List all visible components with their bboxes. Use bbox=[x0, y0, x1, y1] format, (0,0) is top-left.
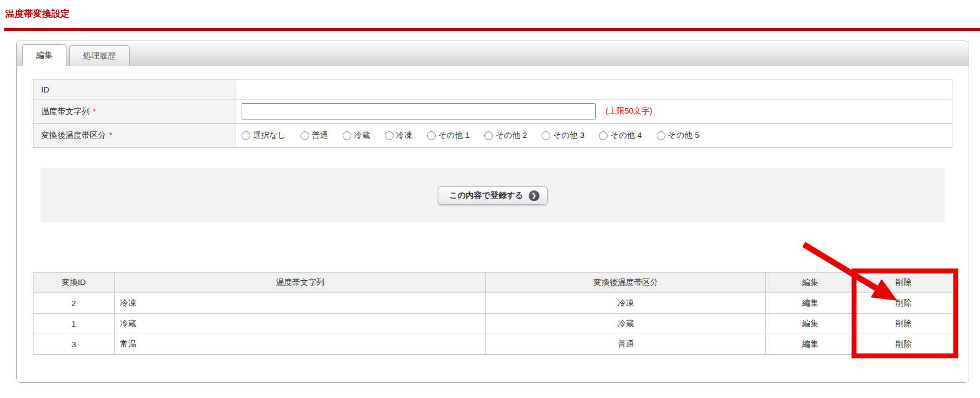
header-category: 変換後温度帯区分 bbox=[486, 273, 766, 293]
radio-label: その他 2 bbox=[496, 130, 527, 141]
table-header-row: 変換ID 温度帯文字列 変換後温度帯区分 編集 削除 bbox=[34, 273, 952, 293]
radio-label: 冷蔵 bbox=[354, 130, 370, 141]
delete-link[interactable]: 削除 bbox=[855, 314, 952, 334]
required-mark: * bbox=[109, 130, 112, 140]
radio-option-other5[interactable]: その他 5 bbox=[657, 130, 699, 141]
tab-bar: 編集 処理履歴 bbox=[17, 41, 969, 66]
radio-option-other2[interactable]: その他 2 bbox=[484, 130, 527, 141]
cell-conversion-id: 1 bbox=[34, 314, 115, 334]
cell-conversion-id: 2 bbox=[34, 293, 115, 314]
radio-option-other1[interactable]: その他 1 bbox=[427, 130, 470, 141]
string-label: 温度帯文字列* bbox=[34, 100, 236, 124]
radio-other2-input[interactable] bbox=[484, 131, 493, 140]
header-temperature-string: 温度帯文字列 bbox=[114, 273, 486, 293]
radio-label: その他 5 bbox=[668, 130, 699, 141]
cell-category: 普通 bbox=[486, 334, 766, 355]
radio-normal-input[interactable] bbox=[301, 131, 309, 140]
radio-label: その他 1 bbox=[438, 130, 470, 141]
required-mark: * bbox=[93, 107, 96, 116]
radio-label: 冷凍 bbox=[396, 130, 412, 141]
conversion-table: 変換ID 温度帯文字列 変換後温度帯区分 編集 削除 2 冷凍 冷凍 編集 削除… bbox=[33, 272, 952, 355]
delete-link[interactable]: 削除 bbox=[855, 334, 952, 355]
radio-other1-input[interactable] bbox=[427, 131, 436, 140]
radio-other5-input[interactable] bbox=[657, 131, 665, 140]
category-label: 変換後温度帯区分* bbox=[34, 124, 236, 148]
radio-label: その他 4 bbox=[610, 130, 642, 141]
char-limit-note: (上限50文字) bbox=[605, 106, 652, 115]
table-row: 2 冷凍 冷凍 編集 削除 bbox=[34, 293, 952, 314]
string-value-cell: (上限50文字) bbox=[236, 100, 952, 124]
cell-temperature-string: 冷蔵 bbox=[114, 314, 486, 334]
chevron-right-circle-icon: ❯ bbox=[529, 190, 539, 201]
table-row: 1 冷蔵 冷蔵 編集 削除 bbox=[34, 314, 952, 334]
header-delete: 削除 bbox=[855, 273, 952, 293]
string-label-text: 温度帯文字列 bbox=[41, 107, 90, 116]
tab-edit[interactable]: 編集 bbox=[22, 44, 66, 66]
cell-temperature-string: 常温 bbox=[114, 334, 486, 355]
header-conversion-id: 変換ID bbox=[34, 273, 115, 293]
radio-option-normal[interactable]: 普通 bbox=[301, 130, 328, 141]
form-row-id: ID bbox=[34, 79, 952, 100]
edit-link[interactable]: 編集 bbox=[766, 314, 855, 334]
header-edit: 編集 bbox=[766, 273, 855, 293]
delete-link[interactable]: 削除 bbox=[855, 293, 952, 314]
main-panel: 編集 処理履歴 ID 温度帯文字列* (上限50文字) bbox=[16, 41, 969, 383]
radio-option-frozen[interactable]: 冷凍 bbox=[385, 130, 412, 141]
title-divider bbox=[4, 28, 980, 31]
radio-chilled-input[interactable] bbox=[343, 131, 351, 140]
form-row-string: 温度帯文字列* (上限50文字) bbox=[34, 100, 952, 124]
radio-frozen-input[interactable] bbox=[385, 131, 394, 140]
category-value-cell: 選択なし 普通 冷蔵 冷凍 bbox=[236, 124, 952, 148]
id-label: ID bbox=[34, 79, 236, 100]
edit-form: ID 温度帯文字列* (上限50文字) 変換後温度帯区分* bbox=[33, 79, 952, 148]
category-label-text: 変換後温度帯区分 bbox=[41, 130, 106, 140]
cell-category: 冷蔵 bbox=[486, 314, 766, 334]
radio-option-other4[interactable]: その他 4 bbox=[599, 130, 642, 141]
edit-link[interactable]: 編集 bbox=[766, 293, 855, 314]
radio-label: 普通 bbox=[312, 130, 328, 141]
radio-other4-input[interactable] bbox=[599, 131, 608, 140]
radio-option-other3[interactable]: その他 3 bbox=[542, 130, 584, 141]
cell-temperature-string: 冷凍 bbox=[114, 293, 486, 314]
radio-other3-input[interactable] bbox=[542, 131, 550, 140]
register-button-label: この内容で登録する bbox=[449, 190, 523, 201]
id-label-text: ID bbox=[41, 85, 49, 94]
radio-option-none[interactable]: 選択なし bbox=[242, 130, 286, 141]
register-button[interactable]: この内容で登録する ❯ bbox=[438, 186, 548, 205]
edit-link[interactable]: 編集 bbox=[766, 334, 855, 355]
id-value-cell bbox=[236, 79, 952, 100]
cell-conversion-id: 3 bbox=[34, 334, 115, 355]
form-row-category: 変換後温度帯区分* 選択なし 普通 冷 bbox=[34, 124, 952, 148]
page-title: 温度帯変換設定 bbox=[5, 8, 70, 20]
tab-history[interactable]: 処理履歴 bbox=[69, 45, 130, 66]
submit-band: この内容で登録する ❯ bbox=[41, 168, 945, 222]
category-radio-group: 選択なし 普通 冷蔵 冷凍 bbox=[242, 130, 946, 141]
radio-none-input[interactable] bbox=[242, 131, 250, 140]
temperature-string-input[interactable] bbox=[242, 103, 596, 120]
cell-category: 冷凍 bbox=[486, 293, 766, 314]
radio-label: 選択なし bbox=[253, 130, 286, 141]
table-row: 3 常温 普通 編集 削除 bbox=[34, 334, 952, 355]
radio-option-chilled[interactable]: 冷蔵 bbox=[343, 130, 370, 141]
radio-label: その他 3 bbox=[553, 130, 584, 141]
panel-content: ID 温度帯文字列* (上限50文字) 変換後温度帯区分* bbox=[17, 66, 969, 355]
